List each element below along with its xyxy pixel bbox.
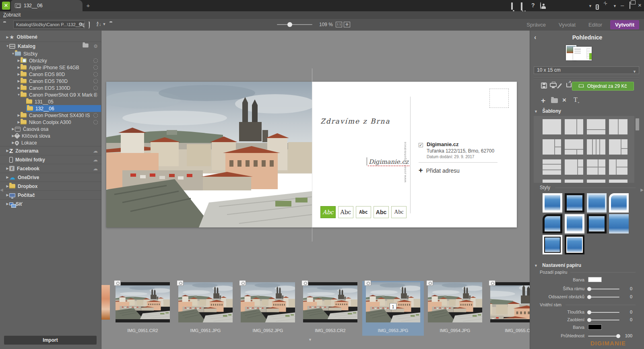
filmstrip-thumb-0953jpg-selected[interactable]: 1	[366, 282, 420, 322]
postcard-preview[interactable]: Zdravíme z Brna www.zoner.cz/pohlednice …	[106, 82, 517, 227]
template-option[interactable]	[609, 119, 627, 134]
restore-button[interactable]	[630, 2, 630, 9]
templates-scrollbar[interactable]	[636, 118, 639, 130]
sidebar-item-canon-g9x[interactable]: ▼ Canon PowerShot G9 X Mark II	[0, 91, 101, 98]
add-image-icon[interactable]: +	[541, 96, 545, 105]
filmstrip-partial-thumb-left[interactable]	[101, 285, 110, 320]
sidebar-item-dropbox[interactable]: ▶ Dropbox	[0, 182, 101, 190]
gear-icon[interactable]: ⚙	[93, 43, 98, 49]
template-option[interactable]	[587, 180, 605, 183]
style-option-white-rounded[interactable]	[609, 193, 629, 213]
zoom-1to1-icon[interactable]: 1:1	[336, 22, 342, 27]
fullscreen-chevron-down-icon[interactable]: ▼	[613, 4, 617, 11]
collapse-left-panel-icon[interactable]: ◀	[0, 188, 3, 192]
size-select[interactable]: 10 x 15 cm ▼	[534, 66, 639, 74]
zoom-slider[interactable]	[277, 24, 312, 25]
print-icon[interactable]	[550, 83, 557, 87]
filmstrip-thumb-0951cr2[interactable]	[116, 282, 170, 322]
templates-section-header[interactable]: ▼ Šablony	[534, 108, 561, 114]
font-option-4[interactable]: Abc	[374, 206, 389, 218]
thickness-slider[interactable]	[588, 312, 619, 313]
search-icon[interactable]	[79, 23, 82, 26]
sidebar-item-sit[interactable]: ▶ Síť	[0, 199, 101, 208]
sidebar-item-klicova-slova[interactable]: ▶ Klíčová slova	[0, 132, 101, 139]
menu-zobrazit[interactable]: Zobrazit	[3, 12, 21, 18]
style-option-white-black-frame[interactable]	[543, 235, 562, 254]
sidebar-item-pocitac[interactable]: ▶ Počítač	[0, 190, 101, 199]
tab-editor[interactable]: Editor	[584, 20, 607, 29]
font-option-5[interactable]: Abc	[391, 206, 407, 218]
sidebar-item-apple-iphone[interactable]: ▶ Apple iPhone SE 64GB	[0, 64, 101, 71]
postcard-greeting-text[interactable]: Zdravíme z Brna	[320, 117, 390, 125]
sidebar-item-obrazky[interactable]: ▶ Obrázky	[0, 57, 101, 64]
filmstrip-thumb-0951jpg[interactable]	[178, 282, 233, 322]
sidebar-item-canon-760d[interactable]: ▶ Canon EOS 760D	[0, 78, 101, 85]
sidebar-item-132-06[interactable]: 132__06	[0, 105, 101, 112]
template-option[interactable]	[565, 119, 583, 134]
document-tab[interactable]: 132__06	[11, 0, 83, 11]
style-option-white-frame[interactable]	[565, 214, 584, 233]
sidebar-item-onedrive[interactable]: ▶ ☁ OneDrive	[0, 173, 101, 182]
template-option[interactable]	[609, 139, 627, 155]
filmstrip-thumb-0952jpg[interactable]	[241, 282, 295, 322]
path-input[interactable]: Katalog\Složky\Canon P...\132__06	[13, 21, 85, 29]
sidebar-item-nikon-a300[interactable]: ▶ Nikon Coolpix A300	[0, 119, 101, 126]
template-option[interactable]	[543, 139, 561, 155]
inner-frame-color-swatch[interactable]	[588, 324, 602, 330]
minimize-button[interactable]: –	[621, 2, 624, 9]
style-option-black-rounded[interactable]	[543, 214, 562, 233]
address-checkbox[interactable]: ✓	[419, 143, 423, 147]
filmstrip-collapse-chevron-icon[interactable]: ▼	[308, 338, 312, 342]
sidebar-item-canon-80d[interactable]: ▶ Canon EOS 80D	[0, 71, 101, 78]
postcard-back-side[interactable]: Zdravíme z Brna www.zoner.cz/pohlednice …	[312, 82, 517, 227]
style-option-black-frame[interactable]	[587, 214, 607, 233]
remove-icon[interactable]: ×	[562, 96, 566, 104]
opacity-slider[interactable]	[588, 336, 619, 337]
tab-spravce[interactable]: Správce	[522, 20, 551, 29]
tab-vyvolat[interactable]: Vyvolat	[554, 20, 580, 29]
sidebar-item-lokace[interactable]: ▶ Lokace	[0, 139, 101, 146]
sidebar-item-mobilni-fotky[interactable]: Mobilní fotky ☁	[0, 155, 101, 164]
font-option-3[interactable]: Abc	[356, 206, 371, 218]
image-offset-slider[interactable]	[588, 297, 619, 297]
sidebar-item-zonerama[interactable]: ▶ Z Zonerama ☁	[0, 146, 101, 155]
save-icon[interactable]	[541, 83, 547, 89]
help-icon[interactable]: ?	[531, 2, 535, 9]
template-option[interactable]	[609, 159, 627, 175]
share-icon[interactable]	[566, 83, 572, 87]
rounding-slider[interactable]	[588, 320, 619, 320]
sidebar-item-canon-sx430[interactable]: ▶ Canon PowerShot SX430 IS	[0, 112, 101, 119]
postcard-photo-side[interactable]	[106, 82, 312, 227]
account-avatar-icon[interactable]	[540, 2, 541, 10]
template-option[interactable]	[543, 119, 561, 134]
add-folder-icon[interactable]	[82, 43, 89, 49]
collapse-right-panel-icon[interactable]: ▶	[640, 188, 644, 192]
template-option[interactable]	[543, 180, 561, 183]
font-option-2[interactable]: Abc	[338, 206, 353, 218]
monitor-profile-icon[interactable]: 2	[596, 3, 599, 10]
template-option[interactable]	[587, 159, 605, 175]
pen-export-icon[interactable]	[557, 83, 562, 89]
paper-settings-header[interactable]: ▼ Nastavení papíru	[534, 262, 581, 268]
style-option-black-frame[interactable]	[565, 193, 584, 213]
refresh-icon[interactable]	[88, 22, 90, 28]
add-address-button[interactable]: + Přidat adresu	[419, 166, 499, 175]
sidebar-item-slozky[interactable]: ▼ Složky	[0, 50, 101, 57]
sidebar-item-oblibene[interactable]: ▶ ★ Oblíbené	[0, 33, 101, 41]
template-option[interactable]	[565, 139, 583, 155]
sidebar-item-canon-1300d[interactable]: ▶ Canon EOS 1300D	[0, 85, 101, 91]
account-chevron-down-icon[interactable]: ▼	[588, 4, 592, 11]
filmstrip-thumb-0954jpg[interactable]	[428, 282, 482, 322]
import-button[interactable]: Import	[4, 336, 97, 345]
filmstrip-thumb-0953cr2[interactable]	[303, 282, 357, 322]
sort-icon[interactable]: AZ↓▼	[97, 22, 106, 27]
postcard-signature-text[interactable]: Digimanie.cz	[368, 158, 409, 166]
frame-width-slider[interactable]	[588, 289, 619, 289]
style-option-light-frame[interactable]	[587, 193, 607, 213]
template-option[interactable]	[543, 159, 561, 175]
cart-icon[interactable]	[521, 3, 522, 10]
sidebar-item-casova-osa[interactable]: ▶ Časová osa	[0, 126, 101, 132]
style-option-black-white-frame[interactable]	[565, 235, 584, 254]
paper-color-swatch[interactable]	[588, 277, 602, 282]
style-option-no-frame[interactable]	[609, 214, 629, 233]
